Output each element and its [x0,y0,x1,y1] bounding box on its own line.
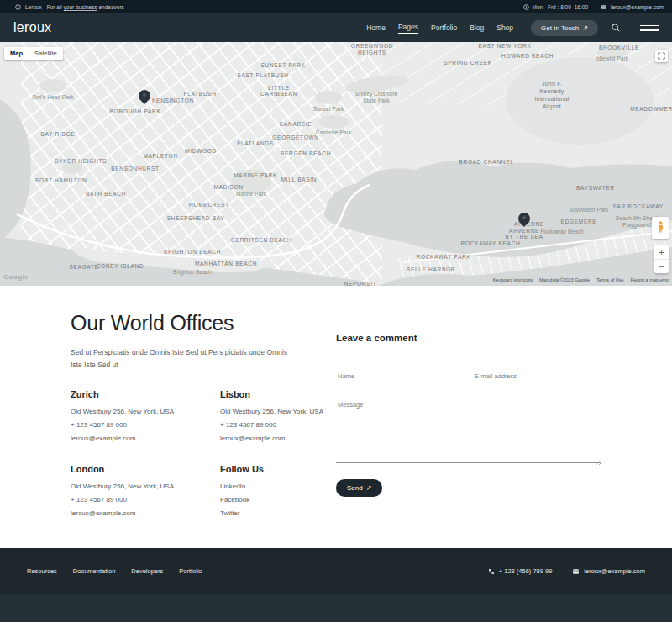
map-label: LITTLE [268,85,290,91]
map-label: MILL BASIN [281,177,318,182]
map-label: FLATLANDS [237,140,273,146]
map-label: BOROUGH PARK [109,108,160,114]
map-label: HOWARD BEACH [501,53,554,59]
email-input[interactable] [473,372,601,387]
message-input[interactable] [336,399,601,463]
social-links: LinkedInFacebookTwitter [220,482,328,517]
tagline-link[interactable]: your business [64,4,97,11]
map-type-satellite-button[interactable]: Satellite [29,50,63,57]
footer-phone[interactable]: + 123 (456) 789 99 [488,567,553,575]
follow-us-title: Follow Us [220,464,328,474]
map-label: SPRING CREEK [444,60,492,66]
map-label: FAR ROCKAWAY [613,203,664,209]
office-card: Zurich Old Westbury 256, New York, USA +… [71,389,220,448]
map-label: HOMECREST [189,202,229,208]
fullscreen-icon [658,52,665,60]
map-label: DYKER HEIGHTS [55,158,107,164]
office-card: London Old Westbury 256, New York, USA +… [71,464,220,523]
zoom-out-button[interactable]: − [654,260,669,273]
map-label: SUNSET PARK [261,62,306,68]
zoom-in-button[interactable]: + [654,245,669,260]
follow-us-block: Follow Us LinkedInFacebookTwitter [220,464,328,523]
page-title: Our World Offices [71,311,328,335]
search-icon[interactable] [611,23,621,33]
footer-phone-text: + 123 (456) 789 99 [499,567,553,575]
map-label: MADISON [213,184,243,190]
topbar-email[interactable]: leroux@example.com [601,4,664,10]
map-label: BATH BEACH [86,191,126,197]
social-link[interactable]: Facebook [220,496,328,503]
hours-text: Mon - Frd : 8:00 -16:00 [533,4,588,10]
map-label: FORT HAMILTON [35,177,87,183]
business-hours: Mon - Frd : 8:00 -16:00 [523,4,588,10]
map-label: Airport [543,103,561,109]
nav-item[interactable]: Shop [496,24,513,32]
office-card: Lisbon Old Westbury 256, New York, USA +… [220,389,328,448]
attribution-link[interactable]: Terms of Use [596,277,623,282]
footer-link[interactable]: Resources [27,567,57,575]
map-label: CARIBBEAN [260,91,297,97]
map-label: Sunset Park [313,106,344,112]
navbar: leroux HomePagesPortfolioBlogShop Get In… [0,13,672,42]
social-link[interactable]: Twitter [220,509,328,517]
office-address: Old Westbury 256, New York, USA [71,408,220,415]
pegman-icon [657,221,664,235]
map-label: ROCKAWAY BEACH [461,240,521,246]
map-label: ARVERNE [509,228,539,234]
map-label: Shirley Chisholm [355,91,397,97]
map-label: BRIGHTON BEACH [164,249,221,255]
map-label: Bayswater Park [570,207,609,213]
map-label: GERRITSEN BEACH [231,237,292,243]
nav-item[interactable]: Pages [398,23,418,34]
map-marker-icon[interactable] [518,213,530,224]
footer-link[interactable]: Developers [131,567,163,575]
attribution-link[interactable]: Report a map error [631,277,669,282]
pegman-control[interactable] [652,217,669,239]
map-label: MAPLETON [143,153,177,159]
envelope-icon [601,4,607,10]
google-logo[interactable]: Google [3,273,29,281]
map-label: BENSONHURST [111,166,160,171]
map-section[interactable]: GREENWOODHEIGHTSEAST NEW YORKSPRING CREE… [0,42,672,286]
map-label: Kennedy [539,88,564,94]
arrow-ne-icon: ↗ [366,484,372,492]
footer-link[interactable]: Portfolio [179,567,202,575]
nav-item[interactable]: Home [366,24,386,32]
map-marker-icon[interactable] [139,90,150,102]
footer-email-text: leroux@example.com [584,567,645,575]
nav-item[interactable]: Portfolio [431,24,457,32]
name-input[interactable] [336,372,462,387]
nav-item[interactable]: Blog [470,24,484,32]
send-button[interactable]: Send↗ [336,479,382,497]
map-label: BAY RIDGE [40,131,75,137]
menu-icon[interactable] [640,25,659,31]
map-type-map-button[interactable]: Map [4,50,29,57]
map-label: Canarsie Park [316,129,351,135]
map-label: Rockaway Beach [540,229,584,235]
topbar: Leroux - For all your business endeavors… [0,0,672,13]
map-label: MARINE PARK [234,172,277,178]
social-link[interactable]: LinkedIn [220,482,328,490]
attribution-link[interactable]: Map data ©2023 Google [539,277,590,282]
phone-icon [488,568,495,575]
zoom-control: + − [654,245,669,273]
map-label: GEORGETOWN [272,134,318,140]
office-phone: + 123 4567 89 000 [71,496,220,503]
map-label: EAST NEW YORK [478,43,531,49]
footer-email[interactable]: leroux@example.com [572,567,645,575]
fullscreen-button[interactable] [655,50,668,62]
map-label: CANARSIE [280,121,312,127]
logo[interactable]: leroux [13,20,51,35]
map-label: FLATBUSH [183,91,216,97]
map-label: CONEY ISLAND [97,263,144,269]
map-label: KENSINGTON [152,98,194,103]
footer-link[interactable]: Documentation [73,567,115,575]
map-label: BROAD CHANNEL [459,159,513,165]
map-label: BAYSWATER [576,185,615,191]
get-in-touch-button[interactable]: Get In Touch↗ [531,20,598,36]
offices-section: Our World Offices Sed ut Perspiciatis un… [0,286,672,548]
office-email: leroux@example.com [220,435,328,442]
map-label: MEADOWMERE [630,106,672,112]
map-label: BY THE SEA [505,234,543,240]
attribution-link[interactable]: Keyboard shortcuts [493,277,533,282]
